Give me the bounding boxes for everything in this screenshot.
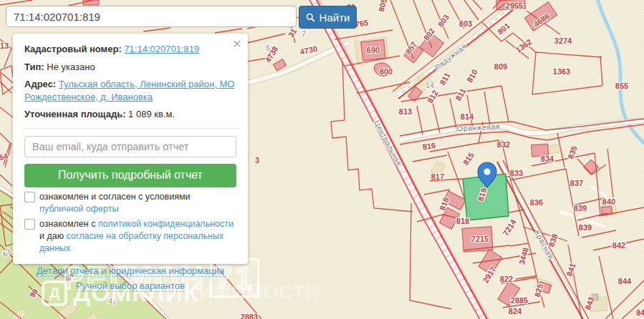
search-button-label: Найти (319, 11, 350, 24)
offer-agree-row: ознакомлен и согласен с условиями публич… (24, 191, 236, 215)
address-row: Адрес: Тульская область, Ленинский район… (24, 78, 236, 103)
privacy-checkbox[interactable] (24, 219, 35, 230)
search-input[interactable] (6, 6, 297, 27)
cadastral-number-label: Кадастровый номер: (24, 44, 122, 54)
cadastral-number-row: Кадастровый номер: 71:14:020701:819 (24, 43, 236, 56)
area-label: Уточненная площадь: (24, 109, 125, 119)
search-icon (306, 13, 315, 22)
privacy-agree-text: ознакомлен с политикой конфиденциальност… (39, 218, 236, 255)
offer-agree-text: ознакомлен и согласен с условиями публич… (39, 191, 236, 215)
type-label: Тип: (24, 62, 44, 72)
cadastral-number-link[interactable]: 71:14:020701:819 (124, 44, 199, 54)
type-value: Не указано (47, 62, 95, 72)
area-row: Уточненная площадь: 1 089 кв.м. (24, 108, 236, 121)
personal-data-link[interactable]: согласие на обработку персональных данны… (39, 231, 224, 253)
report-details-link[interactable]: Детали отчета и юридическая информация (37, 265, 224, 277)
privacy-agree-row: ознакомлен с политикой конфиденциальност… (24, 218, 236, 255)
address-label: Адрес: (24, 79, 56, 89)
address-link[interactable]: Тульская область, Ленинский район, МО Ро… (24, 79, 234, 102)
panel-links: Детали отчета и юридическая информация Р… (24, 264, 236, 294)
type-row: Тип: Не указано (24, 61, 236, 74)
get-report-button[interactable]: Получить подробный отчет (24, 164, 236, 187)
divider (23, 128, 238, 129)
manual-select-link[interactable]: Ручной выбор вариантов (76, 280, 185, 292)
offer-link[interactable]: публичной оферты (39, 204, 118, 214)
search-bar: Найти (6, 6, 357, 29)
search-button[interactable]: Найти (299, 6, 357, 29)
cadastral-map-app: 9280557656908008578028038038012955468632… (0, 0, 644, 319)
privacy-policy-link[interactable]: политикой конфиденциальности (98, 219, 234, 229)
parcel-info-panel: × Кадастровый номер: 71:14:020701:819 Ти… (13, 34, 248, 264)
offer-checkbox[interactable] (24, 192, 35, 202)
close-icon[interactable]: × (233, 36, 241, 51)
area-value: 1 089 кв.м. (128, 109, 175, 119)
email-input[interactable] (24, 136, 236, 157)
